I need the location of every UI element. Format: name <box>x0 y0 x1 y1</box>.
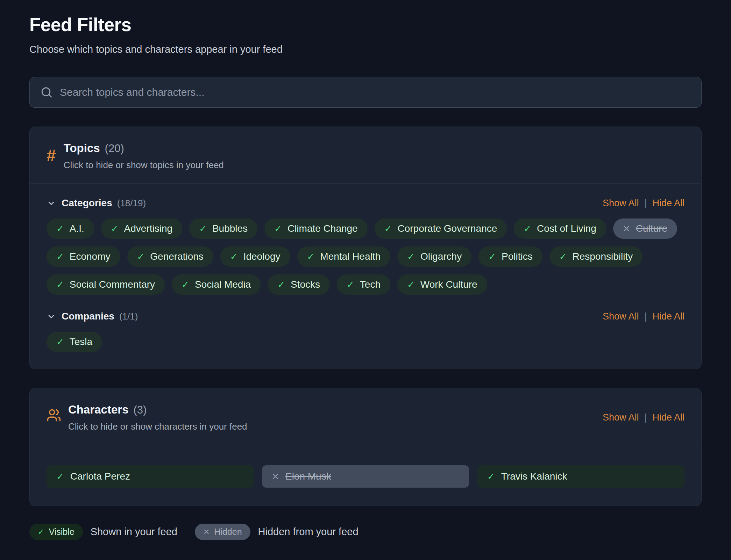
characters-subtitle: Click to hide or show characters in your… <box>68 421 247 432</box>
x-icon: ✕ <box>623 224 630 234</box>
legend: ✓ Visible Shown in your feed ✕ Hidden Hi… <box>29 524 702 540</box>
check-icon: ✓ <box>277 279 285 290</box>
chip-label: Corporate Governance <box>397 223 497 234</box>
check-icon: ✓ <box>487 471 495 482</box>
hash-icon: # <box>47 147 56 164</box>
page-subtitle: Choose which topics and characters appea… <box>29 44 702 55</box>
x-icon: ✕ <box>272 472 279 482</box>
chip-label: Cost of Living <box>537 223 596 234</box>
characters-count: (3) <box>133 404 147 416</box>
chip-label: Work Culture <box>420 279 477 290</box>
chevron-down-icon[interactable] <box>47 199 56 208</box>
chip-label: Social Media <box>195 279 251 290</box>
search-bar[interactable] <box>29 77 702 108</box>
topics-heading: Topics (20) Click to hide or show topics… <box>64 142 224 171</box>
topic-chip[interactable]: ✓ Economy <box>47 246 120 267</box>
check-icon: ✓ <box>559 251 567 262</box>
chip-label: Stocks <box>291 279 320 290</box>
hidden-legend-text: Hidden from your feed <box>258 526 359 538</box>
link-separator: | <box>644 412 647 423</box>
hide-all-link[interactable]: Hide All <box>652 311 684 322</box>
character-row[interactable]: ✓ Travis Kalanick <box>477 465 684 488</box>
character-name: Carlota Perez <box>70 471 130 482</box>
check-icon: ✓ <box>347 279 354 290</box>
topics-count: (20) <box>105 142 124 155</box>
categories-group-header: Categories (18/19) Show All | Hide All <box>47 198 684 209</box>
chip-label: Politics <box>502 251 533 262</box>
search-input[interactable] <box>60 86 691 98</box>
hide-all-link[interactable]: Hide All <box>652 198 684 209</box>
group-count-companies: (1/1) <box>119 311 138 322</box>
characters-card: Characters (3) Click to hide or show cha… <box>29 388 702 506</box>
topic-chip[interactable]: ✓ Cost of Living <box>514 218 606 239</box>
check-icon: ✓ <box>182 279 189 290</box>
character-row[interactable]: ✕ Elon Musk <box>262 465 469 488</box>
check-icon: ✓ <box>38 527 44 537</box>
topic-chip[interactable]: ✓ Oligarchy <box>397 246 471 267</box>
chip-label: Advertising <box>124 223 173 234</box>
check-icon: ✓ <box>56 223 64 234</box>
categories-chip-list: ✓ A.I. ✓ Advertising ✓ Bubbles ✓ <box>47 218 684 295</box>
check-icon: ✓ <box>407 279 415 290</box>
group-name-companies[interactable]: Companies <box>62 311 114 322</box>
check-icon: ✓ <box>56 337 64 347</box>
topic-chip[interactable]: ✓ Mental Health <box>297 246 391 267</box>
visible-legend-text: Shown in your feed <box>91 526 177 538</box>
chip-label: Ideology <box>243 251 281 262</box>
link-separator: | <box>644 198 647 209</box>
search-icon <box>40 86 53 99</box>
feed-filters-page: Feed Filters Choose which topics and cha… <box>0 0 731 560</box>
characters-title: Characters <box>68 403 128 416</box>
chip-label: Tech <box>360 279 381 290</box>
check-icon: ✓ <box>274 223 282 234</box>
topic-chip[interactable]: ✓ Politics <box>478 246 542 267</box>
topic-chip[interactable]: ✓ Stocks <box>268 274 330 295</box>
topic-chip[interactable]: ✓ Tech <box>337 274 390 295</box>
topic-chip[interactable]: ✓ Work Culture <box>397 274 487 295</box>
check-icon: ✓ <box>56 471 64 482</box>
chip-label: Responsibility <box>572 251 633 262</box>
show-all-link[interactable]: Show All <box>603 412 639 423</box>
topic-chip[interactable]: ✓ Climate Change <box>264 218 368 239</box>
hidden-badge: ✕ Hidden <box>195 524 250 540</box>
chip-label: Bubbles <box>212 223 248 234</box>
chip-label: Mental Health <box>320 251 381 262</box>
check-icon: ✓ <box>111 223 119 234</box>
page-title: Feed Filters <box>29 14 702 35</box>
topics-subtitle: Click to hide or show topics in your fee… <box>64 160 224 171</box>
topic-chip[interactable]: ✓ Responsibility <box>549 246 643 267</box>
character-name: Travis Kalanick <box>501 471 567 482</box>
hide-all-link[interactable]: Hide All <box>652 412 684 423</box>
character-row[interactable]: ✓ Carlota Perez <box>47 465 254 488</box>
check-icon: ✓ <box>56 279 64 290</box>
check-icon: ✓ <box>56 251 64 262</box>
topics-card-header: # Topics (20) Click to hide or show topi… <box>30 127 701 183</box>
companies-group-header: Companies (1/1) Show All | Hide All <box>47 311 684 322</box>
topic-chip[interactable]: ✓ A.I. <box>47 218 94 239</box>
topic-chip[interactable]: ✕ Culture <box>613 218 677 239</box>
topic-chip[interactable]: ✓ Ideology <box>220 246 290 267</box>
chevron-down-icon[interactable] <box>47 312 56 321</box>
group-name-categories[interactable]: Categories <box>62 198 112 209</box>
companies-chip-list: ✓ Tesla <box>47 332 684 352</box>
chip-label: Climate Change <box>288 223 358 234</box>
company-chip[interactable]: ✓ Tesla <box>47 332 102 352</box>
chip-label: Generations <box>150 251 204 262</box>
chip-label: Oligarchy <box>420 251 462 262</box>
topic-chip[interactable]: ✓ Bubbles <box>189 218 257 239</box>
topic-chip[interactable]: ✓ Corporate Governance <box>375 218 507 239</box>
characters-heading: Characters (3) Click to hide or show cha… <box>68 403 247 432</box>
topic-chip[interactable]: ✓ Social Commentary <box>47 274 165 295</box>
chip-label: Economy <box>70 251 111 262</box>
topic-chip[interactable]: ✓ Social Media <box>172 274 261 295</box>
check-icon: ✓ <box>199 223 207 234</box>
chip-label: Tesla <box>70 336 92 347</box>
characters-card-header: Characters (3) Click to hide or show cha… <box>30 388 701 445</box>
show-all-link[interactable]: Show All <box>603 311 639 322</box>
topic-chip[interactable]: ✓ Advertising <box>101 218 182 239</box>
link-separator: | <box>644 311 647 322</box>
show-all-link[interactable]: Show All <box>603 198 639 209</box>
chip-label: Culture <box>636 223 667 234</box>
check-icon: ✓ <box>407 251 415 262</box>
topic-chip[interactable]: ✓ Generations <box>127 246 213 267</box>
